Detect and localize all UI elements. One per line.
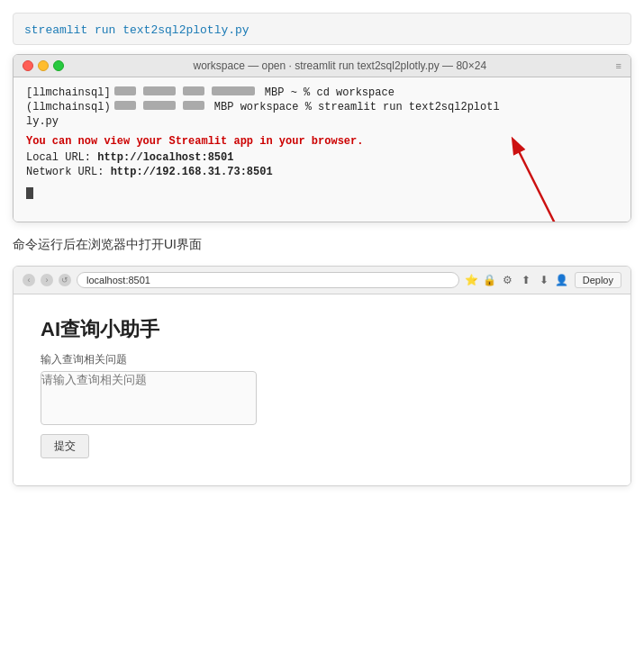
maximize-button[interactable] [53, 60, 64, 71]
local-url-value: http://localhost:8501 [97, 151, 233, 164]
forward-button[interactable]: › [41, 274, 53, 286]
app-title: AI查询小助手 [41, 316, 603, 343]
cursor [26, 187, 33, 199]
browser-content: AI查询小助手 输入查询相关问题 提交 [14, 294, 630, 485]
close-button[interactable] [23, 60, 33, 71]
top-command-bar: streamlit run text2sql2plotly.py [13, 13, 631, 45]
blurred-block-4 [212, 86, 255, 95]
blurred-block-1 [114, 86, 136, 95]
settings-icon[interactable]: ⚙ [501, 273, 515, 287]
reload-button[interactable]: ↺ [59, 274, 71, 286]
terminal-window: workspace — open · streamlit run text2sq… [13, 54, 631, 222]
download-icon[interactable]: ⬇ [537, 273, 551, 287]
submit-button[interactable]: 提交 [41, 434, 89, 458]
shield-icon[interactable]: 🔒 [483, 273, 497, 287]
terminal-line-2: (llmchainsql) MBP workspace % streamlit … [26, 101, 618, 113]
minimize-button[interactable] [38, 60, 49, 71]
terminal-prefix-1: [llmchainsql] [26, 86, 111, 99]
browser-window: ‹ › ↺ localhost:8501 ⭐ 🔒 ⚙ ⬆ ⬇ 👤 Deploy … [13, 266, 631, 486]
network-url-label: Network URL: [26, 166, 104, 178]
top-command-text: streamlit run text2sql2plotly.py [24, 23, 249, 37]
bookmark-icon[interactable]: ⭐ [465, 273, 479, 287]
terminal-titlebar: workspace — open · streamlit run text2sq… [14, 55, 630, 77]
query-textarea[interactable] [41, 371, 257, 425]
terminal-body: [llmchainsql] MBP ~ % cd workspace (llmc… [14, 77, 630, 222]
terminal-cmd-2b: ly.py [26, 115, 59, 128]
blurred-block-2 [143, 86, 176, 95]
arrow-svg [495, 122, 576, 222]
url-bar[interactable]: localhost:8501 [77, 272, 459, 288]
add-tab-icon[interactable]: 👤 [555, 273, 569, 287]
input-label: 输入查询相关问题 [41, 352, 603, 367]
back-button[interactable]: ‹ [23, 274, 35, 286]
terminal-title: workspace — open · streamlit run text2sq… [71, 59, 609, 72]
browser-chrome: ‹ › ↺ localhost:8501 ⭐ 🔒 ⚙ ⬆ ⬇ 👤 Deploy [14, 267, 630, 294]
share-icon[interactable]: ⬆ [519, 273, 533, 287]
local-url-label: Local URL: [26, 151, 91, 164]
annotation-container: 运行命令打开UI界面 [495, 122, 576, 222]
terminal-line-1: [llmchainsql] MBP ~ % cd workspace [26, 86, 618, 99]
caption-text: 命令运行后在浏览器中打开UI界面 [13, 237, 631, 253]
terminal-cmd-1: MBP ~ % cd workspace [259, 86, 395, 99]
blurred-block-6 [143, 101, 176, 110]
scrollbar-icon: ≡ [616, 60, 621, 71]
blurred-block-3 [183, 86, 204, 95]
svg-line-1 [513, 140, 558, 222]
url-text: localhost:8501 [86, 275, 150, 285]
traffic-lights [23, 60, 64, 71]
terminal-cmd-2: MBP workspace % streamlit run text2sql2p… [208, 101, 500, 113]
deploy-button[interactable]: Deploy [575, 272, 621, 288]
browser-action-icons: ⭐ 🔒 ⚙ ⬆ ⬇ 👤 [465, 273, 569, 287]
network-url-value: http://192.168.31.73:8501 [111, 166, 273, 178]
blurred-block-5 [114, 101, 136, 110]
terminal-prefix-2: (llmchainsql) [26, 101, 111, 113]
blurred-block-7 [183, 101, 204, 110]
